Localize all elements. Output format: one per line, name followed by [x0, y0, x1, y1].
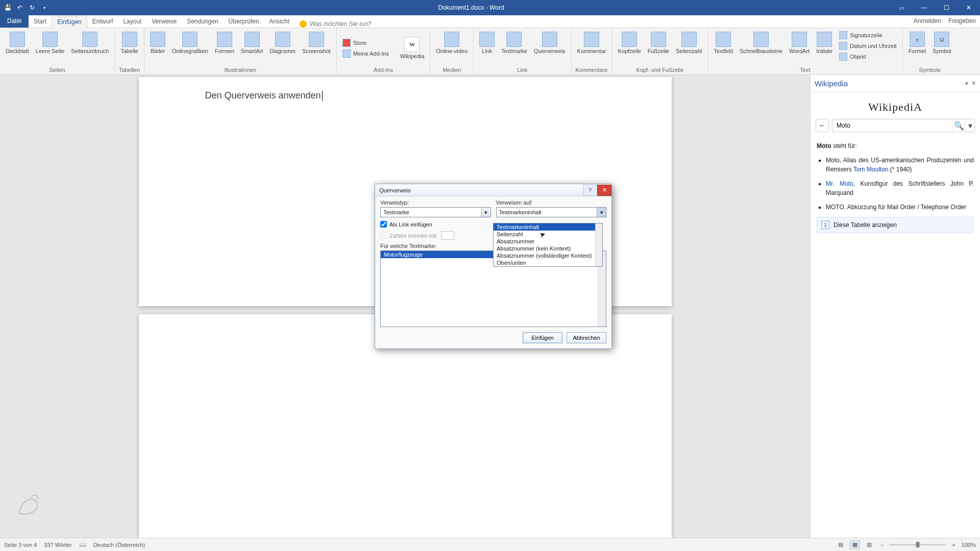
ribbon-group-headerfooter: Kopfzeile Fußzeile Seitenzahl Kopf- und …: [612, 28, 708, 74]
tab-ansicht[interactable]: Ansicht: [264, 16, 295, 28]
tab-file[interactable]: Datei: [0, 15, 29, 28]
zoom-in-icon[interactable]: +: [950, 542, 957, 548]
group-label-pages: Seiten: [3, 66, 111, 73]
expand-icon: ↧: [821, 221, 829, 229]
tab-ueberpruefen[interactable]: Überprüfen: [224, 16, 264, 28]
redo-icon[interactable]: ↻: [28, 3, 37, 12]
comment-button[interactable]: Kommentar: [575, 30, 609, 66]
reference-type-combo[interactable]: Textmarke ▾: [380, 207, 491, 217]
back-button[interactable]: ←: [816, 119, 829, 132]
wiki-search-input[interactable]: [832, 122, 952, 129]
my-addins-button[interactable]: Meine Add-Ins: [340, 48, 396, 59]
status-words[interactable]: 337 Wörter: [44, 542, 71, 548]
search-icon[interactable]: 🔍: [952, 119, 965, 132]
screenshot-button[interactable]: Screenshot: [300, 30, 333, 66]
dropdown-option[interactable]: Textmarkeninhalt: [494, 223, 602, 231]
quick-parts-button[interactable]: Schnellbausteine: [737, 30, 785, 66]
reference-to-dropdown[interactable]: Textmarkeninhalt Seitenzahl Absatznummer…: [493, 223, 603, 267]
footer-button[interactable]: Fußzeile: [645, 30, 672, 66]
zoom-out-icon[interactable]: −: [878, 542, 886, 548]
status-page[interactable]: Seite 3 von 4: [4, 542, 37, 548]
dropdown-option[interactable]: Absatznummer (vollständiger Kontext): [494, 252, 602, 259]
store-button[interactable]: Store: [340, 38, 396, 48]
window-title: Dokument1.docx - Word: [52, 4, 890, 11]
wiki-link[interactable]: Mr. Moto: [826, 180, 853, 187]
group-label-illustrations: Illustrationen: [148, 66, 333, 73]
status-language[interactable]: Deutsch (Österreich): [93, 542, 145, 548]
shapes-button[interactable]: Formen: [212, 30, 237, 66]
page-break-button[interactable]: Seitenumbruch: [68, 30, 111, 66]
equation-button[interactable]: πFormel: [906, 30, 928, 66]
group-label-symbols: Symbole: [906, 66, 954, 73]
separate-numbers-checkbox: Zahlen trennen mit: [380, 231, 491, 240]
tab-start[interactable]: Start: [29, 16, 52, 28]
wiki-link[interactable]: Tom Moulton: [853, 166, 889, 173]
sign-in-link[interactable]: Anmelden: [914, 17, 941, 24]
wikipedia-logo: WikipediA: [811, 92, 980, 119]
page-number-button[interactable]: Seitenzahl: [673, 30, 704, 66]
dropcap-button[interactable]: Initiale: [814, 30, 835, 66]
share-button[interactable]: Freigeben: [948, 17, 976, 24]
show-table-button[interactable]: ↧ Diese Tabelle anzeigen: [817, 217, 974, 233]
dropdown-option[interactable]: Oben/unten: [494, 259, 602, 266]
wiki-search-field[interactable]: 🔍 ▾: [832, 119, 975, 132]
tell-me-search[interactable]: Was möchten Sie tun?: [300, 20, 372, 28]
chevron-down-icon[interactable]: ▾: [481, 208, 491, 217]
close-icon[interactable]: ✕: [958, 0, 980, 15]
maximize-icon[interactable]: ☐: [935, 0, 958, 15]
undo-icon[interactable]: ↶: [15, 3, 24, 12]
minimize-icon[interactable]: —: [913, 0, 935, 15]
taskpane-close-icon[interactable]: ✕: [971, 80, 976, 87]
scrollbar[interactable]: [595, 223, 602, 266]
object-button[interactable]: Objekt: [837, 52, 899, 62]
cross-reference-button[interactable]: Querverweis: [531, 30, 568, 66]
online-video-button[interactable]: Online-video: [433, 30, 470, 66]
web-layout-view-icon[interactable]: ▥: [864, 540, 874, 549]
cover-page-button[interactable]: Deckblatt: [3, 30, 32, 66]
tab-einfuegen[interactable]: Einfügen: [52, 16, 87, 28]
dialog-help-icon[interactable]: ?: [583, 185, 597, 196]
online-pictures-button[interactable]: Onlinegrafiken: [169, 30, 211, 66]
cancel-button[interactable]: Abbrechen: [567, 332, 606, 343]
tab-entwurf[interactable]: Entwurf: [87, 16, 118, 28]
wikipedia-button[interactable]: WWikipedia: [398, 35, 427, 61]
header-button[interactable]: Kopfzeile: [615, 30, 643, 66]
date-time-button[interactable]: Datum und Uhrzeit: [837, 41, 899, 51]
dropdown-option[interactable]: Absatznummer: [494, 238, 602, 245]
wikipedia-taskpane: Wikipedia ▾ ✕ WikipediA ← 🔍 ▾ Moto steht…: [810, 75, 980, 538]
save-icon[interactable]: 💾: [3, 3, 12, 12]
group-label-tables: Tabellen: [118, 66, 141, 73]
zoom-level[interactable]: 100%: [962, 542, 976, 548]
qa-customize-icon[interactable]: ▾: [40, 3, 49, 12]
taskpane-menu-icon[interactable]: ▾: [965, 80, 968, 87]
tab-sendungen[interactable]: Sendungen: [182, 16, 223, 28]
chevron-down-icon[interactable]: ▾: [597, 208, 606, 217]
insert-button[interactable]: Einfügen: [523, 332, 562, 343]
table-button[interactable]: Tabelle: [118, 30, 141, 66]
search-dropdown-icon[interactable]: ▾: [965, 119, 974, 132]
dropdown-option[interactable]: Seitenzahl: [494, 231, 602, 238]
symbol-button[interactable]: ΩSymbol: [930, 30, 954, 66]
link-button[interactable]: Link: [477, 30, 497, 66]
bookmark-button[interactable]: Textmarke: [499, 30, 530, 66]
dialog-close-icon[interactable]: ✕: [597, 185, 611, 196]
ribbon-options-icon[interactable]: ▭: [890, 0, 913, 15]
print-layout-view-icon[interactable]: ▦: [850, 540, 860, 549]
wiki-intro: Moto steht für:: [817, 141, 974, 151]
insert-reference-to-combo[interactable]: Textmarkeninhalt ▾: [496, 207, 607, 217]
insert-as-link-input[interactable]: [380, 221, 387, 228]
smartart-button[interactable]: SmartArt: [238, 30, 265, 66]
tab-layout[interactable]: Layout: [118, 16, 146, 28]
textbox-button[interactable]: Textfeld: [711, 30, 736, 66]
tab-verweise[interactable]: Verweise: [146, 16, 182, 28]
wordart-button[interactable]: WordArt: [787, 30, 812, 66]
dropdown-option[interactable]: Absatznummer (kein Kontext): [494, 245, 602, 252]
zoom-slider[interactable]: [890, 544, 946, 545]
status-proofing-icon[interactable]: 📖: [79, 541, 86, 548]
blank-page-button[interactable]: Leere Seite: [33, 30, 67, 66]
signature-line-button[interactable]: Signaturzeile: [837, 30, 899, 40]
pictures-button[interactable]: Bilder: [148, 30, 168, 66]
insert-as-link-checkbox[interactable]: Als Link einfügen: [380, 221, 491, 228]
chart-button[interactable]: Diagramm: [267, 30, 298, 66]
read-mode-view-icon[interactable]: ▤: [836, 540, 846, 549]
